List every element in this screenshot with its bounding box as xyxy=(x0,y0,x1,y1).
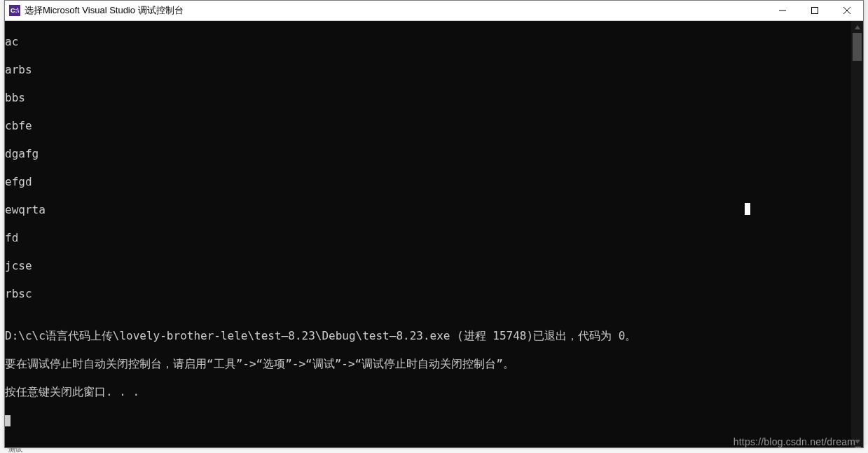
output-line: efgd xyxy=(5,175,851,189)
maximize-icon xyxy=(811,7,818,14)
titlebar-buttons xyxy=(766,1,863,20)
press-any-key-line: 按任意键关闭此窗口. . . xyxy=(5,385,851,399)
scroll-up-button[interactable] xyxy=(851,21,863,33)
console-window: C:\ 选择Microsoft Visual Studio 调试控制台 ac a… xyxy=(4,0,864,448)
app-icon: C:\ xyxy=(9,5,20,16)
titlebar[interactable]: C:\ 选择Microsoft Visual Studio 调试控制台 xyxy=(5,1,863,21)
minimize-button[interactable] xyxy=(766,1,799,20)
output-line: ac xyxy=(5,35,851,49)
minimize-icon xyxy=(779,7,786,14)
scrollbar-track[interactable] xyxy=(851,33,863,435)
scrollbar-thumb[interactable] xyxy=(853,33,862,61)
output-line: cbfe xyxy=(5,119,851,133)
output-line: arbs xyxy=(5,63,851,77)
scroll-down-button[interactable] xyxy=(851,435,863,447)
console-output[interactable]: ac arbs bbs cbfe dgafg efgd ewqrta fd jc… xyxy=(5,21,851,447)
hint-line: 要在调试停止时自动关闭控制台，请启用“工具”->“选项”->“调试”->“调试停… xyxy=(5,357,851,371)
output-line: bbs xyxy=(5,91,851,105)
close-icon xyxy=(843,7,850,14)
svg-marker-4 xyxy=(855,25,860,29)
app-icon-label: C:\ xyxy=(11,7,19,14)
vertical-scrollbar[interactable] xyxy=(851,21,863,447)
close-button[interactable] xyxy=(831,1,863,20)
chevron-up-icon xyxy=(855,25,860,30)
window-title: 选择Microsoft Visual Studio 调试控制台 xyxy=(25,4,184,17)
client-area: ac arbs bbs cbfe dgafg efgd ewqrta fd jc… xyxy=(5,21,863,447)
output-line: ewqrta xyxy=(5,203,851,217)
chevron-down-icon xyxy=(855,439,860,445)
output-line: dgafg xyxy=(5,147,851,161)
selection-caret xyxy=(745,203,750,215)
output-line: jcse xyxy=(5,259,851,273)
svg-marker-5 xyxy=(855,440,860,444)
exit-status-line: D:\c\c语言代码上传\lovely-brother-lele\test—8.… xyxy=(5,329,851,343)
svg-rect-1 xyxy=(812,8,818,14)
text-cursor xyxy=(5,415,11,426)
maximize-button[interactable] xyxy=(799,1,831,20)
output-line: rbsc xyxy=(5,287,851,301)
output-line: fd xyxy=(5,231,851,245)
